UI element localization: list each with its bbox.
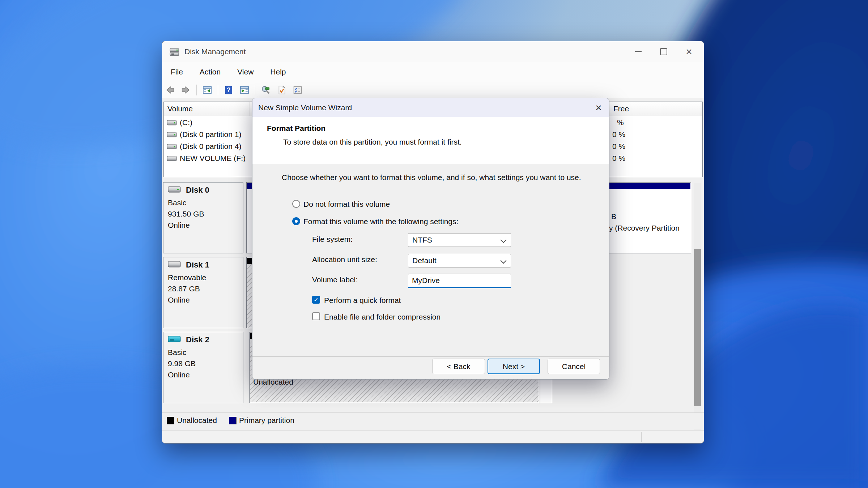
minimize-button[interactable]: [626, 41, 651, 62]
vertical-scrollbar-thumb[interactable]: [694, 249, 701, 406]
wizard-intro-text: Choose whether you want to format this v…: [282, 173, 581, 182]
forward-button[interactable]: [179, 83, 193, 97]
legend-bar: Unallocated Primary partition: [162, 412, 704, 429]
disk-status: Online: [168, 371, 190, 379]
show-console-tree-button[interactable]: [200, 83, 214, 97]
disk-size: 9.98 GB: [168, 359, 196, 368]
allocation-unit-dropdown[interactable]: Default: [408, 254, 511, 267]
radio-format-volume-label[interactable]: Format this volume with the following se…: [303, 217, 458, 226]
volume-icon: [167, 120, 177, 128]
menu-bar: File Action View Help: [162, 62, 704, 81]
volume-name: (C:): [180, 118, 192, 127]
column-header-volume[interactable]: Volume: [164, 102, 250, 116]
toolbar-separator: [218, 85, 218, 95]
chevron-down-icon: [501, 237, 507, 243]
disk-management-app-icon: [169, 46, 180, 57]
next-button[interactable]: Next >: [488, 359, 540, 374]
back-button[interactable]: [163, 83, 177, 97]
quick-format-label[interactable]: Perform a quick format: [324, 296, 401, 305]
quick-format-checkbox[interactable]: ✓: [312, 296, 320, 304]
column-header-free[interactable]: Free: [610, 102, 660, 116]
volume-name: NEW VOLUME (F:): [180, 154, 246, 163]
disk-1-info[interactable]: Disk 1 Removable 28.87 GB Online: [163, 257, 243, 328]
disk-icon: [168, 185, 181, 195]
wizard-body: Choose whether you want to format this v…: [252, 164, 609, 356]
legend-label-primary-partition: Primary partition: [239, 416, 294, 425]
file-system-dropdown[interactable]: NTFS: [408, 233, 511, 247]
disk-icon: [168, 260, 181, 270]
check-document-button[interactable]: [275, 83, 289, 97]
menu-file[interactable]: File: [162, 68, 191, 76]
wizard-subheading: To store data on this partition, you mus…: [283, 138, 462, 146]
volume-label-input[interactable]: [408, 274, 511, 288]
legend-swatch-unallocated: [167, 417, 174, 424]
help-icon: ?: [227, 86, 231, 94]
compression-checkbox[interactable]: [312, 312, 320, 320]
help-button[interactable]: ?: [221, 83, 236, 97]
volume-free: %: [617, 118, 624, 127]
disk-name: Disk 0: [186, 185, 209, 195]
status-bar-separator: [641, 432, 642, 442]
compression-label[interactable]: Enable file and folder compression: [324, 313, 441, 321]
chevron-down-icon: [501, 258, 507, 264]
disk-type: Basic: [168, 348, 186, 357]
column-header-partial[interactable]: [660, 102, 702, 116]
disk-name: Disk 2: [186, 335, 209, 344]
wizard-titlebar: New Simple Volume Wizard ×: [252, 98, 609, 117]
disk-size: 931.50 GB: [168, 210, 204, 218]
close-icon: ×: [686, 46, 692, 57]
toolbar: ?: [162, 81, 704, 99]
column-header-volume-label: Volume: [167, 104, 193, 113]
disk-status: Online: [168, 221, 190, 230]
menu-help[interactable]: Help: [262, 68, 294, 76]
maximize-icon: [660, 48, 667, 55]
window-titlebar: Disk Management ×: [162, 41, 704, 62]
file-system-label: File system:: [312, 235, 353, 244]
volume-icon: [167, 155, 177, 163]
disk-type: Basic: [168, 198, 186, 207]
disk-0-info[interactable]: Disk 0 Basic 931.50 GB Online: [163, 182, 243, 253]
volume-free: 0 %: [612, 130, 625, 139]
radio-do-not-format[interactable]: [292, 200, 300, 208]
wizard-header: Format Partition To store data on this p…: [252, 117, 609, 164]
disk-icon: [168, 335, 181, 344]
partition-status-fragment: y (Recovery Partition: [609, 224, 680, 232]
toolbar-separator: [196, 85, 197, 95]
cancel-button[interactable]: Cancel: [548, 359, 600, 374]
allocation-unit-value: Default: [412, 256, 437, 265]
back-button[interactable]: < Back: [432, 359, 485, 374]
disk-size: 28.87 GB: [168, 284, 200, 293]
disk-name: Disk 1: [186, 260, 209, 270]
radio-do-not-format-label[interactable]: Do not format this volume: [303, 200, 390, 209]
menu-action[interactable]: Action: [191, 68, 229, 76]
close-icon: ×: [595, 102, 602, 114]
disk-type: Removable: [168, 273, 206, 282]
menu-view[interactable]: View: [229, 68, 262, 76]
volume-free: 0 %: [612, 154, 625, 163]
maximize-button[interactable]: [651, 41, 676, 62]
partition-capacity-fragment: B: [611, 212, 616, 221]
volume-icon: [167, 144, 177, 151]
minimize-icon: [635, 51, 642, 52]
wizard-title: New Simple Volume Wizard: [258, 103, 352, 112]
rescan-disks-button[interactable]: [259, 83, 273, 97]
legend-swatch-primary-partition: [229, 417, 237, 424]
volume-icon: [167, 132, 177, 140]
file-system-value: NTFS: [412, 236, 432, 244]
close-button[interactable]: ×: [676, 41, 702, 62]
toolbar-separator: [255, 85, 255, 95]
wizard-footer: < Back Next > Cancel: [252, 356, 609, 380]
show-action-pane-button[interactable]: [237, 83, 252, 97]
task-list-button[interactable]: [290, 83, 305, 97]
disk-status: Online: [168, 296, 190, 304]
volume-label-label: Volume label:: [312, 275, 358, 284]
check-icon: ✓: [314, 296, 319, 304]
status-bar: [162, 430, 704, 443]
allocation-unit-label: Allocation unit size:: [312, 255, 377, 264]
volume-free: 0 %: [612, 142, 625, 151]
window-controls: ×: [626, 41, 702, 62]
volume-name: (Disk 0 partition 4): [180, 142, 241, 151]
wizard-close-button[interactable]: ×: [591, 100, 606, 115]
radio-format-volume[interactable]: [292, 217, 300, 225]
disk-2-info[interactable]: Disk 2 Basic 9.98 GB Online: [163, 332, 243, 403]
